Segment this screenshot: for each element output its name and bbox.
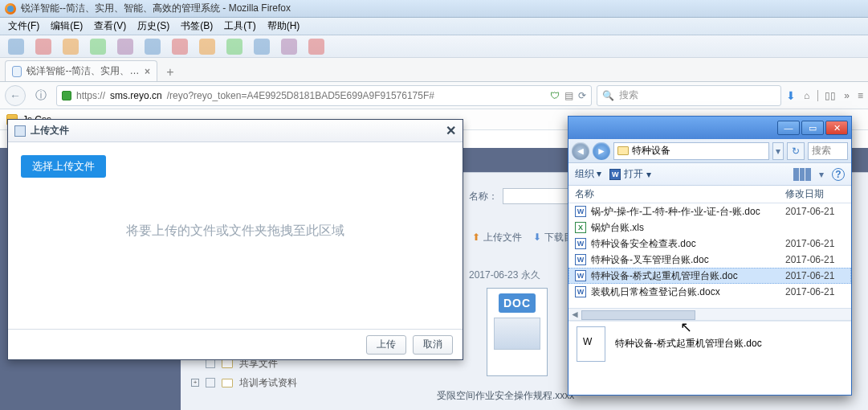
ext-icon[interactable] [8, 39, 24, 55]
column-headers[interactable]: 名称 修改日期 [568, 186, 851, 203]
menubar: 文件(F) 编辑(E) 查看(V) 历史(S) 书签(B) 工具(T) 帮助(H… [0, 18, 868, 35]
file-row[interactable]: W特种设备安全检查表.doc2017-06-21 [568, 236, 851, 252]
col-mdate[interactable]: 修改日期 [785, 187, 845, 201]
ext-icon[interactable] [172, 39, 188, 55]
file-name: 特种设备安全检查表.doc [591, 237, 696, 251]
file-name: 特种设备-叉车管理台账.doc [591, 253, 709, 267]
file-name: 锅-炉-操-作-工-特-种-作-业-证-台-账.doc [591, 205, 760, 219]
sidebar-item-label: 培训考试资料 [239, 376, 297, 390]
modal-icon [14, 125, 26, 137]
upload-button[interactable]: 上传 [366, 335, 406, 355]
ext-icon[interactable] [90, 39, 106, 55]
nav-forward-button[interactable]: ► [593, 142, 610, 160]
lock-icon [62, 91, 71, 100]
back-button[interactable]: ← [5, 85, 26, 106]
breadcrumb-dropdown-icon[interactable]: ▾ [772, 142, 784, 160]
ext-icon[interactable] [63, 39, 79, 55]
organize-menu[interactable]: 组织 ▾ [575, 167, 601, 181]
ext-icon[interactable] [254, 39, 270, 55]
info-button[interactable]: ⓘ [31, 85, 51, 106]
file-list: W锅-炉-操-作-工-特-种-作-业-证-台-账.doc2017-06-21X锅… [568, 203, 851, 308]
home-icon[interactable]: ⌂ [804, 90, 809, 101]
menu-history[interactable]: 历史(S) [132, 18, 174, 35]
urlbar[interactable]: https://sms.reyo.cn/reyo?reyo_token=A4E9… [56, 85, 592, 106]
modal-close-icon[interactable]: ✕ [446, 123, 456, 138]
downloads-icon[interactable]: ⬇ [786, 89, 796, 102]
url-host: sms.reyo.cn [110, 90, 162, 101]
expand-icon[interactable]: + [191, 379, 199, 387]
minimize-button[interactable]: — [777, 121, 800, 135]
search-box[interactable]: 🔍 搜索 [597, 85, 781, 106]
excel-icon: X [575, 222, 586, 233]
col-name[interactable]: 名称 [575, 187, 785, 201]
ext-icon[interactable] [308, 39, 324, 55]
menu-tools[interactable]: 工具(T) [219, 18, 260, 35]
file-row[interactable]: W装载机日常检查登记台账.docx2017-06-21 [568, 284, 851, 300]
menu-edit[interactable]: 编辑(E) [46, 18, 88, 35]
url-path: /reyo?reyo_token=A4E9925D8181BAD5E699A9F… [167, 90, 434, 101]
modal-header[interactable]: 上传文件 ✕ [8, 120, 463, 142]
upload-file-link[interactable]: ⬆上传文件 [469, 229, 525, 246]
ext-icon[interactable] [145, 39, 161, 55]
dropzone-text[interactable]: 将要上传的文件或文件夹拖拽至此区域 [21, 223, 450, 240]
menu-help[interactable]: 帮助(H) [263, 18, 305, 35]
file-row[interactable]: W特种设备-桥式起重机管理台账.doc2017-06-21 [568, 268, 851, 284]
explorer-search[interactable]: 搜索 [808, 142, 848, 160]
word-icon: W [609, 169, 621, 180]
overflow-icon[interactable]: » [844, 90, 850, 101]
file-date: 2017-06-21 [785, 254, 845, 265]
explorer-nav: ◄ ► 特种设备 ▾ ↻ 搜索 [568, 139, 851, 163]
file-name: 装载机日常检查登记台账.docx [591, 285, 720, 299]
shield-icon[interactable]: 🛡 [550, 90, 560, 101]
refresh-icon[interactable]: ⟳ [578, 90, 586, 101]
selected-file-icon: W [577, 326, 605, 362]
browser-tab[interactable]: 锐洋智能--简洁、实用、智能... × [5, 60, 157, 81]
ext-icon[interactable] [35, 39, 51, 55]
view-mode-button[interactable] [793, 168, 811, 181]
checkbox-icon[interactable] [206, 378, 215, 387]
close-button[interactable]: ✕ [825, 121, 848, 135]
choose-file-button[interactable]: 选择上传文件 [21, 155, 106, 178]
name-label: 名称： [469, 190, 498, 203]
file-row[interactable]: W特种设备-叉车管理台账.doc2017-06-21 [568, 252, 851, 268]
hamburger-icon[interactable]: ≡ [858, 90, 863, 101]
modal-title: 上传文件 [31, 124, 69, 137]
word-icon: W [575, 254, 586, 265]
explorer-toolbar: 组织 ▾ W打开 ▾ ▾ ? [568, 163, 851, 186]
help-icon[interactable]: ? [832, 168, 845, 181]
selected-file-name: 特种设备-桥式起重机管理台账.doc [615, 337, 762, 351]
ext-icon[interactable] [199, 39, 215, 55]
menu-file[interactable]: 文件(F) [3, 18, 44, 35]
maximize-button[interactable]: ▭ [801, 121, 824, 135]
bg-meta: 2017-06-23 永久 [469, 269, 540, 282]
tab-close-icon[interactable]: × [145, 66, 150, 77]
explorer-titlebar[interactable]: — ▭ ✕ [568, 117, 851, 139]
word-icon: W [575, 286, 586, 297]
ext-icon[interactable] [281, 39, 297, 55]
reader-icon[interactable]: ▤ [564, 90, 573, 101]
file-caption: 受限空间作业安全操作规程.xxxx [437, 389, 574, 403]
search-icon: 🔍 [602, 90, 614, 101]
file-thumbnail[interactable]: DOC [487, 288, 548, 376]
sidebar-item-training[interactable]: + 培训考试资料 [191, 373, 352, 392]
nav-back-button[interactable]: ◄ [572, 142, 589, 160]
menu-view[interactable]: 查看(V) [89, 18, 131, 35]
file-explorer: — ▭ ✕ ◄ ► 特种设备 ▾ ↻ 搜索 组织 ▾ W打开 ▾ ▾ ? 名称 … [568, 116, 852, 396]
menu-bookmarks[interactable]: 书签(B) [176, 18, 218, 35]
horizontal-scrollbar[interactable] [568, 308, 851, 321]
upload-modal: 上传文件 ✕ 选择上传文件 将要上传的文件或文件夹拖拽至此区域 上传 取消 [7, 119, 463, 360]
ext-icon[interactable] [117, 39, 133, 55]
doc-preview [494, 318, 540, 350]
open-with-menu[interactable]: W打开 ▾ [609, 167, 651, 181]
name-input[interactable] [503, 188, 575, 204]
library-icon[interactable]: ▯▯ [817, 90, 836, 101]
file-row[interactable]: X锅炉台账.xls [568, 219, 851, 236]
file-row[interactable]: W锅-炉-操-作-工-特-种-作-业-证-台-账.doc2017-06-21 [568, 203, 851, 219]
refresh-button[interactable]: ↻ [787, 142, 805, 160]
new-tab-button[interactable]: + [161, 64, 180, 81]
cancel-button[interactable]: 取消 [413, 335, 453, 355]
breadcrumb[interactable]: 特种设备 [613, 142, 769, 160]
ext-icon[interactable] [226, 39, 242, 55]
doc-badge-icon: DOC [499, 293, 536, 313]
file-name: 锅炉台账.xls [591, 221, 644, 235]
